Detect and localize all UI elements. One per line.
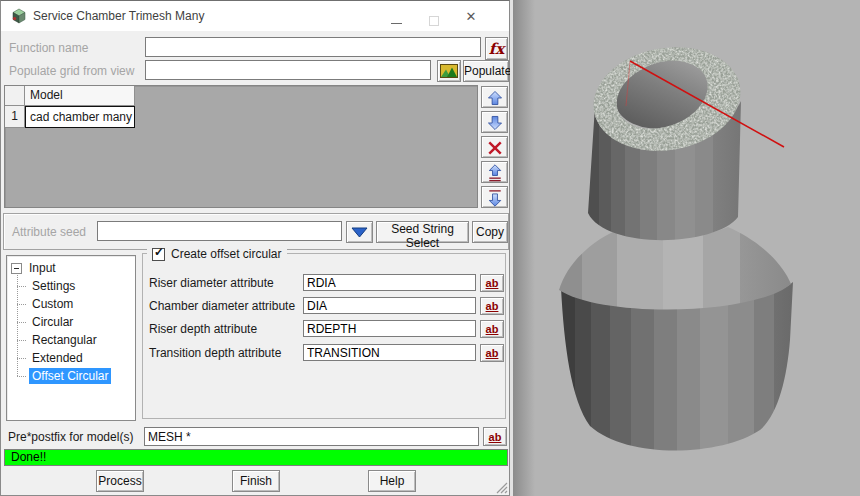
- riser-diameter-label: Riser diameter attribute: [149, 274, 274, 292]
- window-title: Service Chamber Trimesh Many: [33, 1, 204, 31]
- tree-item-label: Extended: [29, 350, 86, 366]
- function-name-input[interactable]: [145, 37, 481, 57]
- riser-diameter-text-button[interactable]: ab: [480, 274, 504, 292]
- field-row: Riser depth attribute ab: [143, 320, 505, 340]
- riser-depth-text-button[interactable]: ab: [480, 320, 504, 338]
- row-down-button[interactable]: [481, 111, 508, 133]
- populate-grid-input[interactable]: [145, 60, 431, 80]
- tree-item-label: Settings: [29, 278, 78, 294]
- attribute-seed-panel: Attribute seed Seed String Select Copy: [3, 213, 509, 250]
- delete-x-icon: [485, 139, 505, 157]
- ab-icon: ab: [486, 347, 499, 359]
- fx-icon: fx: [489, 40, 504, 58]
- maximize-button[interactable]: [419, 1, 449, 31]
- field-row: Transition depth attribute ab: [143, 344, 505, 364]
- tree-children: Settings Custom Circular Rectangular Ext…: [17, 277, 135, 385]
- tree-collapse-icon[interactable]: [11, 263, 22, 274]
- tree-item-offset-circular[interactable]: Offset Circular: [17, 367, 135, 385]
- input-tree: Input Settings Custom Circular Rectangul…: [6, 255, 136, 421]
- group-title: Create offset circular: [171, 247, 282, 261]
- ab-icon: ab: [486, 300, 499, 312]
- function-name-label: Function name: [9, 38, 88, 58]
- chamber-diameter-input[interactable]: [303, 297, 476, 314]
- finish-button[interactable]: Finish: [232, 470, 280, 492]
- close-button[interactable]: ✕: [453, 1, 489, 31]
- tree-item-custom[interactable]: Custom: [17, 295, 135, 313]
- arrow-up-icon: [485, 89, 505, 107]
- riser-depth-label: Riser depth attribute: [149, 320, 257, 338]
- row-to-top-button[interactable]: [481, 161, 508, 183]
- row-delete-button[interactable]: [481, 136, 508, 158]
- tree-root-label: Input: [26, 260, 59, 276]
- arrow-to-bottom-icon: [485, 189, 505, 207]
- tree-connector: [17, 376, 26, 377]
- transition-depth-input[interactable]: [303, 344, 476, 361]
- transition-depth-label: Transition depth attribute: [149, 344, 281, 362]
- tree-connector: [17, 340, 26, 341]
- chamber-diameter-text-button[interactable]: ab: [480, 297, 504, 315]
- tree-connector: [17, 304, 26, 305]
- tree-connector: [17, 358, 26, 359]
- copy-button[interactable]: Copy: [472, 221, 508, 243]
- create-offset-circular-checkbox[interactable]: ✓: [152, 248, 165, 261]
- ab-icon: ab: [489, 431, 502, 443]
- dropdown-arrow-icon: [351, 227, 368, 238]
- grid-model-cell[interactable]: cad chamber many: [25, 106, 135, 128]
- minimize-button[interactable]: [381, 1, 411, 31]
- riser-diameter-input[interactable]: [303, 274, 476, 291]
- group-legend: ✓ Create offset circular: [147, 246, 287, 262]
- tree-item-settings[interactable]: Settings: [17, 277, 135, 295]
- row-up-button[interactable]: [481, 86, 508, 108]
- tree-connector: [17, 322, 26, 323]
- grid-column-header[interactable]: Model: [25, 86, 135, 106]
- prefix-text-button[interactable]: ab: [483, 427, 507, 446]
- service-chamber-dialog: Service Chamber Trimesh Many ✕ Function …: [0, 0, 510, 496]
- attribute-seed-label: Attribute seed: [12, 222, 86, 242]
- seed-string-select-button[interactable]: Seed String Select: [376, 221, 469, 243]
- 3d-viewport[interactable]: [510, 0, 860, 496]
- riser-depth-input[interactable]: [303, 320, 476, 337]
- tree-connector: [17, 286, 26, 287]
- tree-item-rectangular[interactable]: Rectangular: [17, 331, 135, 349]
- minimize-icon: [391, 23, 402, 24]
- prefix-label: Pre*postfix for model(s): [8, 427, 133, 447]
- view-picker-button[interactable]: [437, 60, 461, 82]
- status-bar: Done!!: [4, 449, 508, 466]
- prefix-input[interactable]: [144, 427, 479, 446]
- check-icon: ✓: [154, 246, 164, 259]
- model-grid[interactable]: Model 1 cad chamber many: [4, 85, 478, 208]
- ab-icon: ab: [486, 277, 499, 289]
- populate-button[interactable]: Populate: [463, 60, 509, 82]
- maximize-icon: [429, 16, 439, 26]
- transition-depth-text-button[interactable]: ab: [480, 344, 504, 362]
- field-row: Chamber diameter attribute ab: [143, 297, 505, 317]
- tree-item-extended[interactable]: Extended: [17, 349, 135, 367]
- seed-dropdown-button[interactable]: [346, 221, 373, 243]
- status-message: Done!!: [11, 450, 46, 464]
- grid-row-number[interactable]: 1: [5, 106, 25, 128]
- arrow-to-top-icon: [485, 164, 505, 182]
- app-cube-icon: [11, 8, 27, 24]
- tree-item-input[interactable]: Input: [11, 259, 135, 277]
- populate-grid-label: Populate grid from view: [9, 61, 134, 81]
- arrow-down-icon: [485, 114, 505, 132]
- tree-item-label: Circular: [29, 314, 76, 330]
- tree-item-circular[interactable]: Circular: [17, 313, 135, 331]
- tree-item-label-selected: Offset Circular: [29, 368, 111, 384]
- minus-icon: [14, 268, 19, 269]
- attribute-seed-input[interactable]: [97, 221, 342, 241]
- resize-grip[interactable]: [495, 481, 508, 494]
- offset-circular-group: ✓ Create offset circular Riser diameter …: [142, 253, 506, 419]
- function-select-button[interactable]: fx: [485, 37, 508, 60]
- tree-item-label: Rectangular: [29, 332, 100, 348]
- screen: Service Chamber Trimesh Many ✕ Function …: [0, 0, 860, 496]
- tree-item-label: Custom: [29, 296, 76, 312]
- help-button[interactable]: Help: [368, 470, 416, 492]
- ab-icon: ab: [486, 323, 499, 335]
- chamber-diameter-label: Chamber diameter attribute: [149, 297, 295, 315]
- view-picture-icon: [440, 64, 458, 78]
- row-to-bottom-button[interactable]: [481, 186, 508, 208]
- close-icon: ✕: [466, 9, 477, 24]
- process-button[interactable]: Process: [96, 470, 144, 492]
- grid-corner-cell[interactable]: [5, 86, 25, 106]
